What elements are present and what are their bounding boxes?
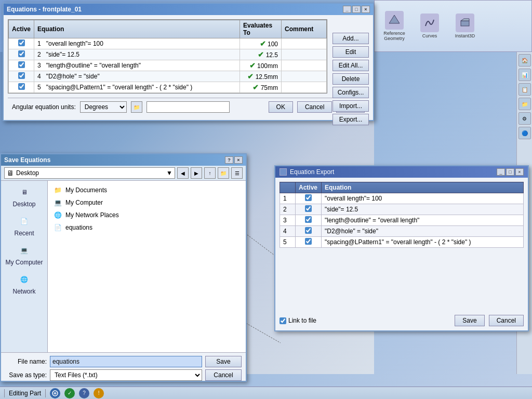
delete-btn[interactable]: Delete bbox=[332, 73, 369, 85]
table-row: 4 "D2@hole" = "side" ✔ 12.5mm bbox=[9, 71, 327, 82]
ok-btn[interactable]: OK bbox=[269, 101, 293, 113]
equations-table: Active Equation Evaluates To Comment 1 "… bbox=[8, 20, 327, 93]
row5-checkbox[interactable] bbox=[18, 83, 25, 90]
export-row2-cb[interactable] bbox=[305, 205, 312, 212]
fs-item-mynetwork[interactable]: 🌐 My Network Places bbox=[51, 209, 243, 221]
sidebar-icon-2[interactable]: 📊 bbox=[518, 69, 531, 81]
col-active: Active bbox=[9, 20, 34, 38]
export-row3-cb[interactable] bbox=[305, 216, 312, 223]
fs-item-mycomputer[interactable]: 💻 My Computer bbox=[51, 196, 243, 209]
fs-save-btn[interactable]: Save bbox=[205, 356, 242, 367]
row4-checkbox[interactable] bbox=[18, 72, 25, 79]
export-minimize-btn[interactable]: _ bbox=[497, 168, 505, 176]
svg-marker-8 bbox=[389, 15, 400, 23]
row2-eq: 2 "side"= 12.5 bbox=[34, 49, 240, 60]
instant3d-btn[interactable]: Instant3D bbox=[449, 8, 481, 44]
link-to-file-checkbox[interactable] bbox=[280, 317, 286, 324]
savetype-select[interactable]: Text Files (*.txt) bbox=[50, 369, 202, 381]
status-bar: Editing Part ✓ ? ! bbox=[0, 387, 532, 399]
row3-check-icon: ✔ bbox=[249, 61, 256, 70]
filename-input[interactable] bbox=[50, 356, 202, 367]
row1-comment bbox=[282, 38, 327, 49]
minimize-btn[interactable]: _ bbox=[343, 6, 351, 13]
nav-forward-btn[interactable]: ▶ bbox=[191, 167, 202, 179]
instant3d-icon bbox=[456, 14, 474, 32]
sidebar-icon-6[interactable]: 🔵 bbox=[518, 127, 531, 139]
browse-btn[interactable]: 📁 bbox=[131, 101, 142, 113]
svg-marker-10 bbox=[461, 19, 469, 21]
export-row4-cb[interactable] bbox=[305, 227, 312, 234]
row2-comment bbox=[282, 49, 327, 60]
sidebar-network[interactable]: 🌐 Network bbox=[3, 270, 45, 297]
network-icon-box: 🌐 bbox=[17, 272, 32, 287]
export-maximize-btn[interactable]: □ bbox=[506, 168, 514, 176]
export-btn[interactable]: Export... bbox=[332, 114, 369, 125]
filesave-controls: ? × bbox=[225, 156, 243, 164]
row3-checkbox[interactable] bbox=[18, 61, 25, 68]
export-title-left: Equation Export bbox=[280, 168, 334, 176]
warning-status-icon: ! bbox=[94, 388, 104, 398]
nav-newfolder-btn[interactable]: 📁 bbox=[218, 167, 229, 179]
angular-units-select[interactable]: Degrees bbox=[80, 101, 127, 113]
export-footer: Link to file Save Cancel bbox=[280, 315, 524, 326]
export-row5-num: 5 bbox=[280, 237, 296, 248]
equations-table-container: Active Equation Evaluates To Comment 1 "… bbox=[8, 19, 327, 94]
savetype-row: Save as type: Text Files (*.txt) Cancel bbox=[5, 369, 242, 381]
equations-buttons: Add... Edit Edit All... Delete Configs..… bbox=[332, 33, 369, 125]
computer-icon-box: 💻 bbox=[17, 243, 32, 258]
export-cancel-btn[interactable]: Cancel bbox=[489, 315, 524, 326]
export-row4-num: 4 bbox=[280, 226, 296, 237]
filesave-question-btn[interactable]: ? bbox=[225, 156, 233, 164]
filesave-footer: File name: Save Save as type: Text Files… bbox=[1, 352, 246, 384]
fs-item-mydocs[interactable]: 📁 My Documents bbox=[51, 184, 243, 196]
col-evaluates: Evaluates To bbox=[240, 20, 282, 38]
filesave-close-btn[interactable]: × bbox=[234, 156, 243, 164]
mydocs-icon: 📁 bbox=[53, 185, 62, 195]
edit-btn[interactable]: Edit bbox=[332, 46, 369, 58]
equations-footer: Angular equation units: Degrees 📁 OK Can… bbox=[8, 98, 369, 116]
export-row1-cb[interactable] bbox=[305, 194, 312, 201]
export-row: 2 "side"= 12.5 bbox=[280, 204, 524, 215]
curves-label: Curves bbox=[422, 33, 437, 38]
col-equation: Equation bbox=[34, 20, 240, 38]
fs-cancel-btn[interactable]: Cancel bbox=[205, 369, 242, 381]
sidebar-computer[interactable]: 💻 My Computer bbox=[3, 241, 45, 268]
sidebar-icon-5[interactable]: ⚙ bbox=[518, 112, 531, 125]
sidebar-icon-4[interactable]: 📁 bbox=[518, 98, 531, 110]
nav-up-btn[interactable]: ↑ bbox=[204, 167, 216, 179]
status-sep-1 bbox=[4, 389, 5, 397]
export-row1-num: 1 bbox=[280, 193, 296, 204]
curves-btn[interactable]: Curves bbox=[414, 8, 445, 44]
edit-all-btn[interactable]: Edit All... bbox=[332, 60, 369, 71]
export-row2-eq: "side"= 12.5 bbox=[322, 204, 524, 215]
export-row3-num: 3 bbox=[280, 215, 296, 226]
sidebar-recent[interactable]: 📄 Recent bbox=[3, 212, 45, 239]
mycomputer-icon: 💻 bbox=[53, 198, 62, 207]
reference-geometry-btn[interactable]: Reference Geometry bbox=[379, 8, 410, 44]
sidebar-desktop-label: Desktop bbox=[12, 201, 35, 208]
import-btn[interactable]: Import... bbox=[332, 100, 369, 112]
export-save-btn[interactable]: Save bbox=[455, 315, 484, 326]
location-dropdown[interactable]: 🖥 Desktop ▼ bbox=[4, 167, 175, 179]
curves-icon bbox=[420, 14, 439, 32]
export-row: 1 "overall length"= 100 bbox=[280, 193, 524, 204]
maximize-btn[interactable]: □ bbox=[352, 6, 361, 13]
sidebar-icon-1[interactable]: 🏠 bbox=[518, 54, 531, 66]
nav-back-btn[interactable]: ◀ bbox=[177, 167, 189, 179]
export-close-btn[interactable]: × bbox=[515, 168, 524, 176]
desktop-icon: 🖥 bbox=[7, 169, 14, 177]
table-row: 5 "spacing@LPattern1" = "overall length"… bbox=[9, 82, 327, 93]
configs-btn[interactable]: Configs... bbox=[332, 87, 369, 98]
cancel-btn[interactable]: Cancel bbox=[297, 101, 332, 113]
fs-item-equations[interactable]: 📄 equations bbox=[51, 221, 243, 234]
sidebar-icon-3[interactable]: 📋 bbox=[518, 83, 531, 96]
path-input[interactable] bbox=[147, 101, 230, 113]
close-btn[interactable]: × bbox=[362, 6, 370, 13]
filename-label: File name: bbox=[5, 358, 47, 365]
row1-checkbox[interactable] bbox=[18, 39, 25, 46]
nav-view-btn[interactable]: ☰ bbox=[231, 167, 243, 179]
add-btn[interactable]: Add... bbox=[332, 33, 369, 44]
row2-checkbox[interactable] bbox=[18, 50, 25, 57]
sidebar-desktop[interactable]: 🖥 Desktop bbox=[3, 183, 45, 210]
export-row5-cb[interactable] bbox=[305, 238, 312, 245]
